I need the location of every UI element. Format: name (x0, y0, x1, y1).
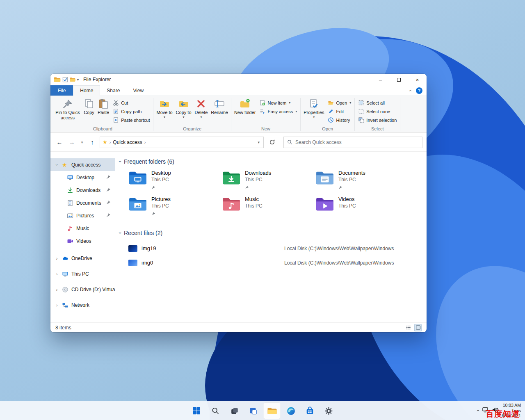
edge-button[interactable] (283, 402, 299, 419)
copy-to-button[interactable]: Copy to ▾ (174, 97, 193, 119)
refresh-button[interactable] (266, 137, 278, 148)
maximize-button[interactable] (390, 74, 408, 85)
music-folder-icon (222, 196, 241, 212)
delete-icon (196, 98, 206, 109)
minimize-button[interactable]: – (371, 74, 390, 85)
folder-tile-desktop[interactable]: Desktop This PC (128, 170, 222, 196)
file-explorer-button[interactable] (264, 402, 281, 419)
select-all-icon (358, 100, 364, 106)
recent-files-list: img19 Local Disk (C:)\Windows\Web\Wallpa… (128, 241, 423, 270)
qat-dropdown-caret[interactable]: ▾ (77, 78, 79, 82)
move-to-button[interactable]: Move to ▾ (155, 97, 174, 119)
store-button[interactable] (301, 402, 318, 419)
chevron-down-icon[interactable]: › (55, 162, 59, 167)
back-button[interactable]: ← (55, 139, 64, 146)
watermark: 百度知道 (486, 409, 520, 420)
search-box[interactable] (283, 137, 422, 148)
task-view-button[interactable] (226, 402, 243, 419)
breadcrumb-chevron[interactable]: › (110, 140, 111, 145)
pin-icon (338, 184, 365, 191)
address-history-caret[interactable]: ▾ (256, 141, 261, 144)
copy-path-button[interactable]: Copy path (111, 107, 152, 116)
network-icon (62, 302, 68, 308)
forward-button[interactable]: → (67, 139, 77, 146)
address-bar[interactable]: ★ › Quick access › ▾ (100, 137, 264, 148)
widgets-button[interactable] (245, 402, 262, 419)
tab-file[interactable]: File (50, 85, 73, 96)
properties-button[interactable]: Properties ▾ (302, 97, 326, 119)
chevron-right-icon[interactable]: › (55, 272, 59, 276)
tab-share[interactable]: Share (100, 85, 126, 96)
folder-tile-downloads[interactable]: Downloads This PC (222, 170, 315, 196)
cd-drive-icon (62, 286, 68, 293)
easy-access-button[interactable]: Easy access ▾ (257, 107, 299, 116)
sidebar-item-this-pc[interactable]: › This PC (50, 266, 115, 282)
paste-shortcut-button[interactable]: Paste shortcut (111, 116, 152, 124)
collapse-ribbon-icon[interactable]: › (407, 90, 413, 91)
dropdown-caret: ▾ (349, 101, 351, 105)
tab-home[interactable]: Home (73, 85, 100, 96)
music-icon (67, 225, 73, 232)
sidebar-item-quick-access[interactable]: › ★ Quick access (50, 158, 115, 171)
rename-button[interactable]: Rename (209, 97, 230, 115)
group-label-select: Select (356, 126, 399, 132)
frequent-folders-header[interactable]: › Frequent folders (6) (119, 158, 423, 165)
help-button[interactable]: ? (416, 87, 422, 94)
properties-icon (308, 98, 319, 109)
paste-button[interactable]: Paste (96, 97, 111, 115)
history-button[interactable]: History (326, 116, 353, 124)
tab-view[interactable]: View (126, 85, 150, 96)
details-view-button[interactable] (404, 324, 412, 331)
window-folder-icon (54, 77, 61, 82)
titlebar[interactable]: ▾ File Explorer – × (50, 74, 427, 85)
chevron-right-icon[interactable]: › (55, 256, 59, 261)
sidebar-item-downloads[interactable]: Downloads (50, 184, 115, 196)
recent-file-row[interactable]: img19 Local Disk (C:)\Windows\Web\Wallpa… (128, 241, 423, 256)
folder-tile-music[interactable]: Music This PC (222, 196, 315, 222)
new-folder-button[interactable]: New folder (233, 97, 258, 115)
recent-files-header[interactable]: › Recent files (2) (119, 230, 423, 236)
qat-newfolder-icon[interactable] (70, 77, 75, 82)
delete-button[interactable]: Delete ▾ (193, 97, 210, 119)
close-button[interactable]: × (408, 74, 427, 85)
open-button[interactable]: Open ▾ (326, 98, 353, 107)
tray-overflow-chevron-icon[interactable]: › (475, 410, 481, 411)
up-button[interactable]: ↑ (87, 139, 97, 146)
sidebar-item-onedrive[interactable]: › OneDrive (50, 251, 115, 266)
settings-button[interactable] (320, 402, 337, 419)
sidebar-item-documents[interactable]: Documents (50, 196, 115, 209)
select-all-button[interactable]: Select all (356, 98, 399, 107)
pin-to-quick-access-button[interactable]: Pin to Quick access (53, 97, 82, 120)
taskbar-search-button[interactable] (207, 402, 224, 419)
thumbnail-view-button[interactable] (414, 324, 422, 331)
invert-selection-button[interactable]: Invert selection (356, 116, 399, 124)
breadcrumb-location[interactable]: Quick access (113, 139, 142, 145)
sidebar-item-cd-drive[interactable]: › CD Drive (D:) Virtuall (50, 282, 115, 297)
select-none-button[interactable]: Select none (356, 107, 399, 116)
start-button[interactable] (188, 402, 205, 419)
folder-tile-videos[interactable]: Videos This PC (315, 196, 409, 222)
qat-properties-icon[interactable] (62, 77, 68, 82)
chevron-right-icon[interactable]: › (55, 287, 59, 292)
new-item-button[interactable]: New item ▾ (257, 98, 299, 107)
sidebar-item-desktop[interactable]: Desktop (50, 171, 115, 184)
folder-tile-documents[interactable]: Documents This PC (315, 170, 409, 196)
breadcrumb-chevron[interactable]: › (144, 140, 146, 145)
videos-icon (67, 238, 73, 244)
cut-button[interactable]: Cut (111, 98, 152, 107)
edit-button[interactable]: Edit (326, 107, 353, 116)
chevron-right-icon[interactable]: › (55, 303, 59, 308)
file-explorer-icon (267, 407, 277, 415)
search-input[interactable] (295, 139, 419, 145)
maximize-icon (397, 78, 401, 82)
recent-locations-caret[interactable]: ▾ (79, 141, 85, 144)
copy-button[interactable]: Copy (82, 97, 96, 115)
sidebar-item-videos[interactable]: Videos (50, 235, 115, 247)
sidebar-item-network[interactable]: › Network (50, 297, 115, 313)
sidebar-item-music[interactable]: Music (50, 222, 115, 235)
folder-tile-pictures[interactable]: Pictures This PC (128, 196, 222, 222)
task-view-icon (230, 406, 239, 415)
recent-file-row[interactable]: img0 Local Disk (C:)\Windows\Web\Wallpap… (128, 256, 423, 270)
sidebar-item-pictures[interactable]: Pictures (50, 209, 115, 222)
pin-icon (62, 98, 73, 109)
